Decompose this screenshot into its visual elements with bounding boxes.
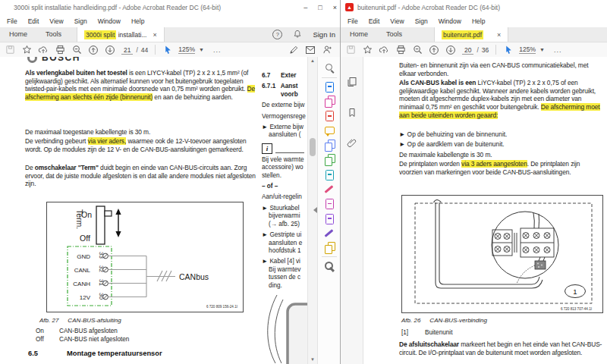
cloud-upload-icon[interactable] xyxy=(35,43,52,56)
clipped-text-line: tussen de c xyxy=(262,274,307,281)
clipped-text-line: (→ afb. 25) xyxy=(262,221,307,228)
search-tools-icon[interactable] xyxy=(324,62,335,74)
save-icon[interactable] xyxy=(2,43,18,56)
attachments-icon[interactable] xyxy=(341,131,363,154)
protect-pdf-icon[interactable] xyxy=(324,213,335,224)
page-number-field[interactable]: 21/44 xyxy=(121,46,148,54)
tab-close-icon[interactable]: × xyxy=(497,31,501,39)
collapse-tools-panel-icon[interactable] xyxy=(310,207,317,213)
terminal-label: CANL xyxy=(74,267,91,274)
title-bar[interactable]: 3000i split installatie handleiding.pdf … xyxy=(0,0,340,15)
print-icon[interactable] xyxy=(52,43,68,56)
terminal-label: 12V xyxy=(80,294,91,301)
stamp-icon[interactable] xyxy=(324,242,335,253)
zoom-caret-icon[interactable]: ▼ xyxy=(199,47,204,52)
toolbar-more-button[interactable]: ... xyxy=(554,46,562,54)
scrollbar-thumb[interactable] xyxy=(310,138,316,156)
callout-number: 1 xyxy=(573,287,577,296)
previous-page-icon[interactable] xyxy=(85,43,102,56)
tab-home[interactable]: Home xyxy=(0,27,36,42)
pdf-page-right: Buiten- en binnenunit zijn via een CAN-B… xyxy=(341,57,607,364)
scrollbar-up-arrow[interactable]: ▲ xyxy=(308,57,317,65)
next-page-icon[interactable] xyxy=(442,43,459,56)
select-tool-icon[interactable] xyxy=(500,43,517,56)
create-pdf-icon[interactable] xyxy=(324,110,335,121)
page-number-field[interactable]: 20/36 xyxy=(462,46,489,54)
help-icon[interactable]: ? xyxy=(272,30,282,39)
maximize-button[interactable]: □ xyxy=(318,4,322,11)
menu-help[interactable]: Help xyxy=(467,17,490,25)
fill-sign-icon[interactable] xyxy=(324,228,335,239)
paragraph-printplaten: De printplaten worden via 3 aders aanges… xyxy=(399,160,602,176)
comment-icon[interactable] xyxy=(324,125,335,136)
document-tab[interactable]: buitenunit.pdf × xyxy=(434,27,508,42)
menu-view[interactable]: View xyxy=(44,17,68,25)
tools-panel xyxy=(317,57,340,364)
zoom-level[interactable]: 125% xyxy=(519,46,536,54)
paragraph-kabellengte: De maximale kabellengte is 30 m. xyxy=(399,151,602,159)
highlight-icon[interactable] xyxy=(324,184,335,195)
scrollbar-down-arrow[interactable]: ▼ xyxy=(308,356,317,364)
previous-page-icon[interactable] xyxy=(426,43,442,56)
cloud-upload-icon[interactable] xyxy=(376,43,392,56)
clipped-text-line: ding. xyxy=(262,282,307,290)
tab-tools[interactable]: Tools xyxy=(377,27,411,42)
zoom-level[interactable]: 125% xyxy=(178,46,195,54)
bell-icon[interactable] xyxy=(293,28,302,42)
convert-pdf-icon[interactable] xyxy=(324,169,335,180)
combine-files-icon[interactable] xyxy=(324,140,335,151)
bookmarks-icon[interactable] xyxy=(341,101,363,124)
total-pages: 36 xyxy=(482,46,489,54)
scan-ocr-icon[interactable] xyxy=(324,154,335,165)
minimize-button[interactable]: – xyxy=(304,4,307,11)
document-tab[interactable]: 3000i split installati... × xyxy=(77,27,165,42)
menu-window[interactable]: Window xyxy=(93,17,126,25)
menu-help[interactable]: Help xyxy=(126,17,149,25)
fill-sign-toolbar-icon[interactable] xyxy=(285,43,302,56)
menu-file[interactable]: File xyxy=(2,17,23,25)
star-icon[interactable] xyxy=(18,43,35,56)
next-page-icon[interactable] xyxy=(102,43,118,56)
document-tab-label: 3000i split installati... xyxy=(84,31,146,39)
menu-edit[interactable]: Edit xyxy=(363,17,385,25)
bullet-aardklem: ► Op de aardklem van de buitenunit. xyxy=(399,140,505,148)
clipped-text-line: Aan/uit-regelin xyxy=(262,193,307,201)
menu-bar: File Edit View Sign Window Help xyxy=(0,15,340,27)
zoom-out-icon[interactable] xyxy=(68,43,85,56)
cable-shield-braid xyxy=(535,261,546,269)
paragraph-afsluitschakelaar: De afsluitschakelaar markeert het begin … xyxy=(399,340,602,356)
menu-window[interactable]: Window xyxy=(433,17,467,25)
page-thumbnails-icon[interactable] xyxy=(341,71,363,93)
select-tool-icon[interactable] xyxy=(159,43,176,56)
menu-view[interactable]: View xyxy=(385,17,409,25)
organize-pages-icon[interactable] xyxy=(324,96,335,107)
sign-in-person-icon[interactable] xyxy=(319,43,335,56)
zoom-caret-icon[interactable]: ▼ xyxy=(539,47,545,52)
clipped-text-line: ► Stuurkabel xyxy=(262,205,307,212)
save-icon[interactable] xyxy=(342,43,359,56)
zoom-out-icon[interactable] xyxy=(409,43,426,56)
edit-pdf-icon[interactable] xyxy=(324,198,335,209)
total-pages: 44 xyxy=(141,46,148,54)
paragraph-buitenunit-intro: Buiten- en binnenunit zijn via een CAN-B… xyxy=(399,61,602,77)
menu-edit[interactable]: Edit xyxy=(23,17,45,25)
tab-tools[interactable]: Tools xyxy=(36,27,71,42)
menu-sign[interactable]: Sign xyxy=(69,17,93,25)
menu-file[interactable]: File xyxy=(342,17,363,25)
menu-sign[interactable]: Sign xyxy=(410,17,433,25)
clipped-text-line: stellen. xyxy=(262,172,307,180)
export-pdf-icon[interactable] xyxy=(324,81,335,93)
print-icon[interactable] xyxy=(392,43,409,56)
title-bar[interactable]: ▲ buitenunit.pdf - Adobe Acrobat Reader … xyxy=(341,0,607,15)
email-icon[interactable] xyxy=(302,43,319,56)
close-button[interactable]: × xyxy=(333,4,337,11)
more-tools-icon[interactable] xyxy=(324,261,335,272)
star-icon[interactable] xyxy=(359,43,376,56)
tab-home[interactable]: Home xyxy=(341,27,377,42)
sign-in-button[interactable]: Sign In xyxy=(313,30,335,39)
toolbar-more-button[interactable]: ... xyxy=(213,46,222,54)
tab-close-icon[interactable]: × xyxy=(153,31,156,39)
pdf-page-left: BOSCH Als verlengkabel buiten het toeste… xyxy=(0,57,340,364)
toolbar: 20/36 125% ▼ ... xyxy=(341,42,607,58)
term-switch xyxy=(96,206,105,244)
